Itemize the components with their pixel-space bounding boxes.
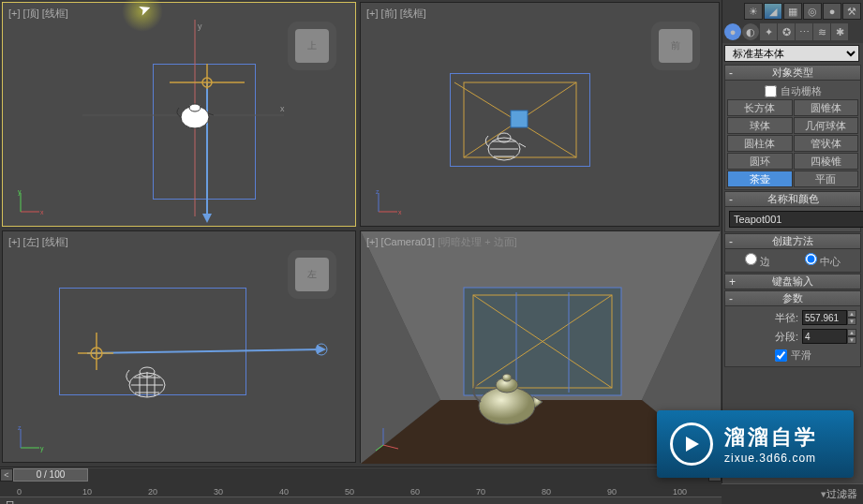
minus-icon: - bbox=[729, 235, 733, 248]
object-type-grid: 长方体 圆锥体 球体 几何球体 圆柱体 管状体 圆环 四棱锥 茶壶 平面 bbox=[727, 99, 858, 187]
minus-icon: - bbox=[729, 292, 733, 305]
status-bar: ⊟ bbox=[0, 497, 722, 504]
obj-cone[interactable]: 圆锥体 bbox=[794, 99, 859, 116]
create-category-row: ● ◐ ✦ ✪ ⋯ ≋ ✱ bbox=[722, 22, 863, 43]
viewport-area: ➤ [+] [顶] [线框] 上 y x xy [+] [前] [线框] 前 bbox=[0, 0, 722, 467]
sun-icon[interactable]: ☀ bbox=[744, 3, 763, 20]
svg-text:x: x bbox=[398, 209, 402, 215]
svg-line-28 bbox=[87, 349, 321, 353]
obj-plane[interactable]: 平面 bbox=[794, 170, 859, 187]
viewport-top-label[interactable]: [+] [顶] [线框] bbox=[8, 7, 68, 21]
viewport-left-label[interactable]: [+] [左] [线框] bbox=[8, 235, 68, 249]
geometry-icon[interactable]: ● bbox=[724, 23, 741, 40]
svg-point-10 bbox=[189, 104, 201, 111]
plus-icon: + bbox=[729, 275, 736, 289]
autogrid-checkbox[interactable] bbox=[765, 85, 777, 97]
viewport-front[interactable]: [+] [前] [线框] 前 xz bbox=[360, 2, 720, 227]
radio-center[interactable]: 中心 bbox=[805, 253, 841, 269]
svg-rect-18 bbox=[511, 111, 528, 127]
spinner-up-icon[interactable]: ▲ bbox=[847, 310, 856, 318]
systems-icon[interactable]: ✱ bbox=[831, 23, 848, 40]
brand-name-cn: 溜溜自学 bbox=[724, 423, 818, 452]
minus-icon: - bbox=[729, 193, 733, 206]
obj-pyramid[interactable]: 四棱锥 bbox=[794, 153, 859, 170]
radius-input[interactable] bbox=[802, 310, 847, 325]
rollout-parameters[interactable]: - 参数 bbox=[724, 290, 861, 306]
track-toggle-icon[interactable]: ⊟ bbox=[6, 498, 14, 504]
spinner-down-icon[interactable]: ▼ bbox=[847, 336, 856, 344]
obj-cylinder[interactable]: 圆柱体 bbox=[727, 135, 793, 152]
svg-text:z: z bbox=[376, 188, 379, 195]
obj-torus[interactable]: 圆环 bbox=[727, 153, 793, 170]
filter-label[interactable]: 过滤器 bbox=[826, 487, 857, 501]
svg-text:x: x bbox=[280, 104, 285, 113]
time-ruler[interactable]: 0 10 20 30 40 50 60 70 80 90 100 bbox=[0, 482, 722, 497]
cameras-icon[interactable]: ✪ bbox=[778, 23, 795, 40]
rollout-name-color[interactable]: - 名称和颜色 bbox=[724, 191, 861, 207]
brand-watermark: 溜溜自学 zixue.3d66.com bbox=[657, 410, 854, 478]
smooth-label: 平滑 bbox=[791, 348, 811, 363]
shapes-icon[interactable]: ◐ bbox=[742, 23, 759, 40]
segments-input[interactable] bbox=[802, 329, 847, 344]
timeline: < 0 / 100 > 0 10 20 30 40 50 60 70 80 90… bbox=[0, 467, 722, 504]
rollout-creation-method[interactable]: - 创建方法 bbox=[724, 233, 861, 249]
spinner-up-icon[interactable]: ▲ bbox=[847, 329, 856, 336]
radius-label: 半径: bbox=[775, 311, 798, 325]
minus-icon: - bbox=[729, 67, 733, 80]
helpers-icon[interactable]: ⋯ bbox=[796, 23, 812, 40]
obj-sphere[interactable]: 球体 bbox=[727, 117, 793, 134]
lights-icon[interactable]: ✦ bbox=[760, 23, 777, 40]
obj-box[interactable]: 长方体 bbox=[727, 99, 793, 116]
rollout-object-type[interactable]: - 对象类型 bbox=[724, 65, 861, 81]
svg-marker-5 bbox=[202, 214, 212, 223]
svg-marker-29 bbox=[317, 345, 326, 354]
obj-tube[interactable]: 管状体 bbox=[794, 135, 859, 152]
radio-edge[interactable]: 边 bbox=[745, 253, 770, 269]
play-icon bbox=[670, 422, 713, 466]
hammer-icon[interactable]: ⚒ bbox=[842, 3, 861, 20]
smooth-checkbox[interactable] bbox=[775, 349, 787, 362]
render-icon[interactable]: ◢ bbox=[764, 3, 782, 20]
obj-geosphere[interactable]: 几何球体 bbox=[794, 117, 859, 134]
radius-spinner[interactable]: ▲▼ bbox=[802, 310, 856, 325]
viewport-left[interactable]: [+] [左] [线框] 左 yz bbox=[2, 230, 356, 463]
main-toolbar-icons: ☀ ◢ ▦ ◎ ● ⚒ bbox=[722, 0, 863, 22]
segments-label: 分段: bbox=[775, 330, 798, 344]
viewport-top[interactable]: [+] [顶] [线框] 上 y x xy bbox=[2, 2, 356, 227]
svg-text:y: y bbox=[198, 22, 202, 31]
primitive-dropdown[interactable]: 标准基本体 bbox=[724, 45, 859, 62]
svg-point-58 bbox=[502, 374, 512, 381]
brand-name-en: zixue.3d66.com bbox=[724, 452, 818, 465]
viewcube-front[interactable]: 前 bbox=[659, 29, 692, 63]
spinner-down-icon[interactable]: ▼ bbox=[847, 318, 856, 325]
target-icon[interactable]: ◎ bbox=[803, 3, 822, 20]
time-slider-track[interactable]: 0 / 100 bbox=[13, 468, 708, 482]
obj-teapot[interactable]: 茶壶 bbox=[727, 170, 793, 187]
object-name-input[interactable] bbox=[729, 211, 863, 228]
timeline-prev-button[interactable]: < bbox=[0, 468, 13, 482]
rollout-keyboard-entry[interactable]: + 键盘输入 bbox=[724, 274, 861, 289]
segments-spinner[interactable]: ▲▼ bbox=[802, 329, 856, 344]
time-slider-handle[interactable]: 0 / 100 bbox=[13, 468, 88, 482]
viewport-camera-label[interactable]: [+] [Camera01] [明暗处理 + 边面] bbox=[366, 235, 517, 249]
spacewarps-icon[interactable]: ≋ bbox=[813, 23, 830, 40]
autogrid-label: 自动栅格 bbox=[781, 84, 822, 98]
bottom-right-bar: ▾ 过滤器 bbox=[722, 483, 863, 504]
svg-marker-62 bbox=[686, 437, 699, 452]
teapot-render-icon[interactable]: ● bbox=[823, 3, 841, 20]
graph-icon[interactable]: ▦ bbox=[783, 3, 802, 20]
viewport-front-label[interactable]: [+] [前] [线框] bbox=[366, 7, 426, 21]
